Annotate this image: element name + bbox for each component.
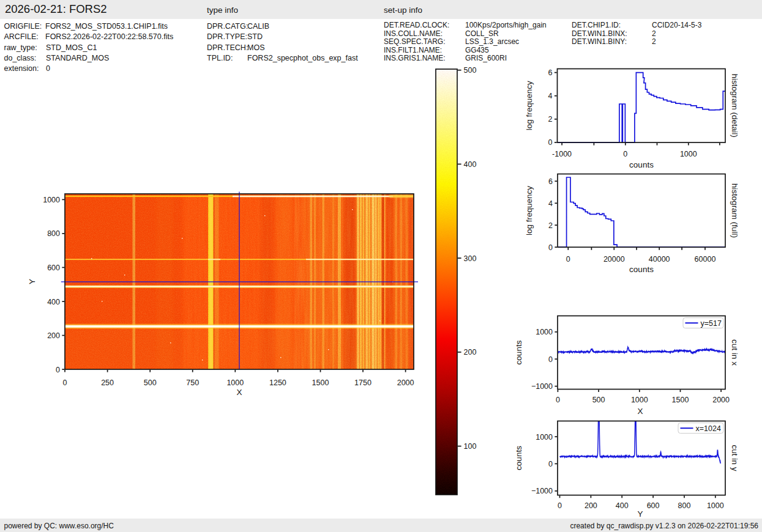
svg-text:6: 6 bbox=[548, 177, 553, 186]
svg-text:-1000: -1000 bbox=[552, 150, 572, 158]
svg-text:750: 750 bbox=[186, 379, 199, 387]
svg-text:2: 2 bbox=[548, 221, 553, 230]
svg-text:1000: 1000 bbox=[536, 328, 553, 336]
svg-text:500: 500 bbox=[144, 379, 157, 387]
svg-text:6: 6 bbox=[548, 68, 553, 77]
svg-text:0: 0 bbox=[548, 138, 553, 147]
svg-text:20000: 20000 bbox=[603, 255, 625, 264]
svg-text:counts: counts bbox=[514, 446, 523, 470]
svg-text:1000: 1000 bbox=[707, 501, 724, 510]
svg-text:40000: 40000 bbox=[649, 255, 670, 264]
svg-text:1000: 1000 bbox=[680, 150, 697, 158]
svg-text:0: 0 bbox=[548, 460, 553, 468]
svg-text:Y: Y bbox=[637, 509, 643, 519]
svg-text:counts: counts bbox=[514, 340, 523, 364]
svg-text:2000: 2000 bbox=[712, 396, 730, 404]
svg-text:1000: 1000 bbox=[43, 196, 60, 204]
svg-text:300: 300 bbox=[464, 254, 477, 263]
svg-text:0: 0 bbox=[558, 501, 562, 510]
svg-text:800: 800 bbox=[47, 229, 60, 238]
svg-text:500: 500 bbox=[592, 396, 605, 404]
svg-text:500: 500 bbox=[464, 66, 477, 75]
svg-text:1000: 1000 bbox=[226, 379, 244, 387]
svg-text:counts: counts bbox=[629, 160, 654, 169]
svg-text:600: 600 bbox=[647, 501, 660, 510]
svg-text:X: X bbox=[637, 407, 643, 416]
svg-text:1250: 1250 bbox=[269, 379, 286, 387]
svg-text:log frequency: log frequency bbox=[525, 186, 534, 235]
svg-text:log frequency: log frequency bbox=[525, 81, 534, 130]
svg-text:1500: 1500 bbox=[312, 379, 329, 387]
svg-text:2000: 2000 bbox=[397, 379, 414, 387]
svg-text:0: 0 bbox=[548, 243, 553, 252]
svg-text:1000: 1000 bbox=[631, 396, 648, 404]
svg-text:x=1024: x=1024 bbox=[696, 424, 721, 433]
svg-text:histogram (detail): histogram (detail) bbox=[730, 74, 739, 138]
svg-text:1750: 1750 bbox=[354, 379, 372, 387]
svg-text:200: 200 bbox=[464, 348, 477, 357]
svg-text:600: 600 bbox=[47, 264, 60, 272]
svg-text:250: 250 bbox=[101, 379, 114, 387]
svg-text:100: 100 bbox=[464, 442, 477, 451]
svg-text:0: 0 bbox=[566, 255, 570, 264]
svg-text:−1000: −1000 bbox=[531, 382, 553, 391]
svg-text:0: 0 bbox=[63, 379, 67, 387]
svg-text:4: 4 bbox=[548, 92, 553, 100]
svg-text:y=517: y=517 bbox=[701, 319, 722, 328]
svg-text:histogram (full): histogram (full) bbox=[730, 183, 739, 238]
svg-text:Y: Y bbox=[28, 279, 37, 284]
svg-text:400: 400 bbox=[47, 298, 60, 306]
svg-text:X: X bbox=[236, 388, 242, 397]
svg-text:400: 400 bbox=[464, 160, 477, 169]
svg-text:200: 200 bbox=[585, 501, 597, 510]
svg-text:−1000: −1000 bbox=[531, 487, 553, 495]
svg-text:0: 0 bbox=[56, 366, 60, 374]
svg-text:0: 0 bbox=[548, 355, 553, 364]
svg-text:60000: 60000 bbox=[695, 255, 716, 264]
svg-text:800: 800 bbox=[678, 501, 691, 510]
svg-text:2: 2 bbox=[548, 115, 553, 124]
svg-text:0: 0 bbox=[556, 396, 560, 404]
svg-text:4: 4 bbox=[548, 199, 553, 208]
svg-text:0: 0 bbox=[623, 150, 627, 158]
svg-text:1500: 1500 bbox=[672, 396, 689, 404]
svg-text:cut in y: cut in y bbox=[730, 445, 739, 471]
svg-text:cut in x: cut in x bbox=[730, 339, 739, 366]
svg-text:200: 200 bbox=[47, 331, 60, 340]
svg-text:400: 400 bbox=[616, 501, 629, 510]
svg-text:counts: counts bbox=[629, 265, 654, 274]
svg-text:1000: 1000 bbox=[536, 433, 553, 441]
